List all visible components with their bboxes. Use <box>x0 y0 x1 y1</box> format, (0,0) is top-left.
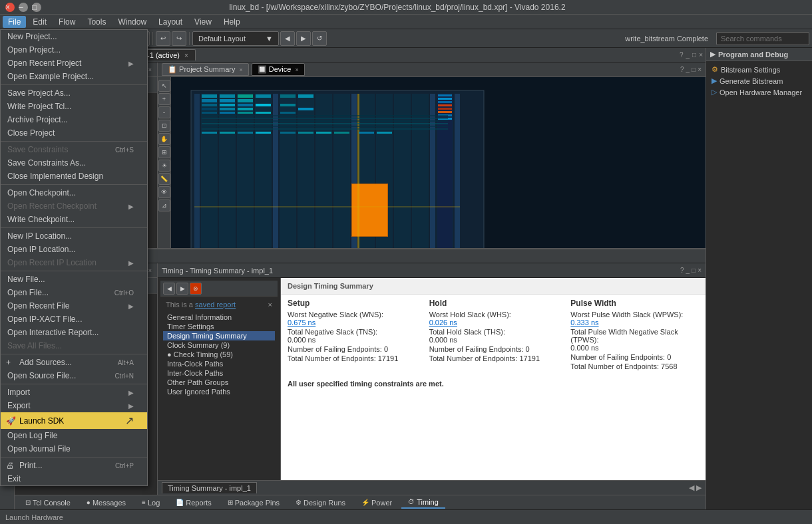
timing-close[interactable]: × <box>698 267 702 274</box>
whs-value[interactable]: 0.026 ns <box>429 319 457 327</box>
prog-debug-header[interactable]: ▶ Program and Debug <box>706 48 812 61</box>
dd-open-project[interactable]: Open Project... <box>1 43 147 57</box>
timing-tb1[interactable]: ◀ <box>163 283 175 295</box>
dd-open-recent-project[interactable]: Open Recent Project ▶ <box>1 57 147 70</box>
tb-extra1[interactable]: ◀ <box>280 31 295 46</box>
dd-import[interactable]: Import ▶ <box>1 386 147 399</box>
dev-tool-pan[interactable]: ✋ <box>158 133 170 145</box>
project-summary-tab[interactable]: 📋 Project Summary × <box>162 63 249 76</box>
menu-tools[interactable]: Tools <box>82 16 111 28</box>
tb-extra3[interactable]: ↺ <box>312 31 327 46</box>
menu-edit[interactable]: Edit <box>27 16 52 28</box>
layout-dropdown[interactable]: Default Layout ▼ <box>192 31 279 46</box>
dd-open-source-file[interactable]: Open Source File... Ctrl+N <box>1 369 147 382</box>
timing-summary-tab[interactable]: Timing Summary - impl_1 <box>162 482 257 493</box>
menu-flow[interactable]: Flow <box>53 16 81 28</box>
dev-tool-zoom-out[interactable]: - <box>158 106 170 118</box>
dd-write-checkpoint[interactable]: Write Checkpoint... <box>1 213 147 226</box>
tab-package-pins[interactable]: ⊞ Package Pins <box>221 497 286 508</box>
timing-help[interactable]: ? <box>680 267 684 274</box>
maximize-button[interactable]: □ <box>32 3 41 12</box>
generate-bitstream-item[interactable]: ▶ Generate Bitstream <box>710 75 808 86</box>
impl-min-btn[interactable]: _ <box>686 51 690 59</box>
device-tab-close[interactable]: × <box>296 66 299 73</box>
dev-tool-select[interactable]: ↖ <box>158 80 170 92</box>
dd-new-project[interactable]: New Project... <box>1 30 147 43</box>
tab-power[interactable]: ⚡ Power <box>355 497 399 508</box>
timing-tree-general[interactable]: General Information <box>163 313 275 322</box>
close-button[interactable]: × <box>5 3 15 12</box>
search-input[interactable] <box>716 32 809 45</box>
tb-undo[interactable]: ↩ <box>156 31 170 46</box>
timing-tree-ignored[interactable]: User Ignored Paths <box>163 387 275 396</box>
dev-tool-highlight[interactable]: ☀ <box>158 160 170 172</box>
dd-exit[interactable]: Exit <box>1 472 147 485</box>
dev-tool-ruler[interactable]: 📏 <box>158 173 170 185</box>
timing-min[interactable]: _ <box>686 267 690 274</box>
open-hw-manager-item[interactable]: ▷ Open Hardware Manager <box>710 86 808 98</box>
dd-launch-sdk[interactable]: 🚀 Launch SDK ↗ <box>1 412 147 429</box>
dd-open-ip-xact[interactable]: Open IP-XACT File... <box>1 313 147 326</box>
timing-nav-left[interactable]: ◀ <box>689 483 694 492</box>
dev-tool-fit[interactable]: ⊡ <box>158 120 170 132</box>
dd-open-ip-location[interactable]: Open IP Location... <box>1 243 147 256</box>
timing-tree-summary[interactable]: Design Timing Summary <box>163 331 275 340</box>
device-max[interactable]: □ <box>692 66 696 73</box>
dd-open-recent-file[interactable]: Open Recent File ▶ <box>1 299 147 313</box>
tb-redo[interactable]: ↪ <box>172 31 186 46</box>
dd-open-example[interactable]: Open Example Project... <box>1 70 147 83</box>
dd-save-constraints-as[interactable]: Save Constraints As... <box>1 156 147 170</box>
dd-write-project-tcl[interactable]: Write Project Tcl... <box>1 100 147 113</box>
proj-summary-close[interactable]: × <box>239 66 242 73</box>
netlist-close[interactable]: × <box>147 66 153 73</box>
tab-tcl-console[interactable]: ⊡ Tcl Console <box>19 497 77 508</box>
impl-help-btn[interactable]: ? <box>680 51 684 59</box>
timing-tb2[interactable]: ▶ <box>176 283 188 295</box>
device-help[interactable]: ? <box>680 66 684 73</box>
menu-layout[interactable]: Layout <box>153 16 188 28</box>
dd-export[interactable]: Export ▶ <box>1 399 147 412</box>
dd-open-checkpoint[interactable]: Open Checkpoint... <box>1 186 147 199</box>
timing-tree-timer[interactable]: Timer Settings <box>163 322 275 331</box>
tab-design-runs[interactable]: ⚙ Design Runs <box>289 497 352 508</box>
dev-tool-zoom-in[interactable]: + <box>158 93 170 105</box>
dd-open-interactive-report[interactable]: Open Interactive Report... <box>1 326 147 339</box>
tab-messages[interactable]: ● Messages <box>80 497 132 508</box>
bitstream-settings-item[interactable]: ⚙ Bitstream Settings <box>710 64 808 75</box>
impl-max-btn[interactable]: □ <box>692 51 696 59</box>
menu-help[interactable]: Help <box>218 16 246 28</box>
dev-tool-route[interactable]: ⊞ <box>158 146 170 158</box>
saved-report-close[interactable]: × <box>268 301 272 309</box>
dd-open-log[interactable]: Open Log File <box>1 429 147 442</box>
device-close[interactable]: × <box>698 66 702 73</box>
timing-tree-intra[interactable]: Intra-Clock Paths <box>163 359 275 368</box>
dd-open-file[interactable]: Open File... Ctrl+O <box>1 286 147 299</box>
timing-nav-right[interactable]: ▶ <box>696 483 702 492</box>
timing-max[interactable]: □ <box>692 267 696 274</box>
wns-value[interactable]: 0.675 ns <box>288 319 315 327</box>
dd-add-sources[interactable]: + Add Sources... Alt+A <box>1 356 147 369</box>
wpws-value[interactable]: 0.333 ns <box>570 319 598 327</box>
timing-tb3[interactable]: ⊗ <box>190 283 202 295</box>
menu-file[interactable]: File <box>3 16 26 28</box>
dev-tool-show[interactable]: 👁 <box>158 186 170 198</box>
tab-reports[interactable]: 📄 Reports <box>169 497 218 508</box>
impl-tab-close[interactable]: × <box>184 52 188 59</box>
device-tab[interactable]: 🔲 Device × <box>252 63 305 76</box>
device-min[interactable]: _ <box>686 66 690 73</box>
timing-tree-other[interactable]: Other Path Groups <box>163 378 275 387</box>
dd-print[interactable]: 🖨 Print... Ctrl+P <box>1 459 147 472</box>
tab-log[interactable]: ≡ Log <box>135 497 166 508</box>
properties-close[interactable]: × <box>147 267 153 274</box>
menu-window[interactable]: Window <box>112 16 152 28</box>
minimize-button[interactable]: – <box>19 3 28 12</box>
tab-timing[interactable]: ⏱ Timing <box>401 497 445 509</box>
dd-archive-project[interactable]: Archive Project... <box>1 113 147 126</box>
timing-tree-check[interactable]: ● Check Timing (59) <box>163 350 275 359</box>
saved-report-link[interactable]: saved report <box>195 301 236 309</box>
timing-tree-clock[interactable]: Clock Summary (9) <box>163 340 275 350</box>
dd-new-ip-location[interactable]: New IP Location... <box>1 229 147 243</box>
menu-view[interactable]: View <box>189 16 217 28</box>
dd-new-file[interactable]: New File... <box>1 273 147 286</box>
dev-tool-filter[interactable]: ⊿ <box>158 199 170 211</box>
